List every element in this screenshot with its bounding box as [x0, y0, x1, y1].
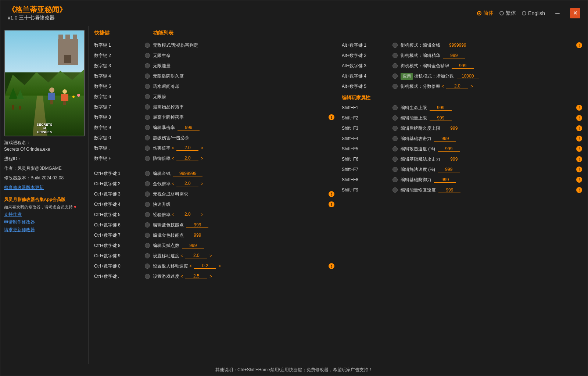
- toggle-ctrl1[interactable]: [145, 171, 150, 176]
- spinner-ctrldot-more[interactable]: >: [209, 274, 212, 279]
- toggle-6[interactable]: [145, 94, 150, 99]
- func-alt4: 应用 街机模式：增加分数 10000: [401, 73, 582, 80]
- lang-simplified[interactable]: 简体: [477, 10, 494, 17]
- toggle-1[interactable]: [145, 43, 150, 48]
- toggle-9[interactable]: [145, 125, 150, 130]
- key-sf8: Shift+F8: [342, 177, 390, 182]
- val-sf9[interactable]: 999: [438, 187, 460, 193]
- val-ctrl5[interactable]: 2.0: [176, 212, 198, 217]
- val-alt1[interactable]: 9999999: [443, 43, 472, 48]
- close-button[interactable]: ✕: [570, 8, 580, 18]
- spinner-ctrl2-less[interactable]: <: [172, 181, 174, 186]
- func-sf3: 编辑盾牌耐久度上限 999: [401, 125, 573, 132]
- toggle-ctrl5[interactable]: [145, 212, 150, 217]
- val-ctrl2[interactable]: 2.0: [176, 181, 198, 186]
- spinner-ctrldot-less[interactable]: <: [180, 274, 183, 279]
- val-alt5[interactable]: 2.0: [446, 83, 468, 89]
- val-sf7[interactable]: 999: [438, 167, 460, 172]
- toggle-sf5[interactable]: [392, 146, 398, 151]
- spinner-ctrl5-less[interactable]: <: [172, 212, 174, 217]
- apply-link[interactable]: 申请制作修改器: [4, 219, 85, 225]
- val-sf3[interactable]: 999: [443, 126, 465, 131]
- feature-row-alt5: Alt+数字键 5 街机模式：分数倍率 < 2.0 >: [342, 81, 582, 92]
- request-link[interactable]: 请求更新修改器: [4, 227, 85, 233]
- toggle-ctrl0[interactable]: [145, 264, 150, 269]
- toggle-alt1[interactable]: [392, 43, 398, 48]
- apply-alt4[interactable]: 应用: [401, 73, 413, 80]
- toggle-sf2[interactable]: [392, 115, 398, 121]
- val-alt2[interactable]: 999: [443, 53, 465, 58]
- toggle-sf1[interactable]: [392, 105, 398, 110]
- toggle-ctrl6[interactable]: [145, 222, 150, 228]
- toggle-ctrl3[interactable]: [145, 191, 150, 197]
- val-dot[interactable]: 2.0: [176, 145, 198, 151]
- spinner-dot-more[interactable]: >: [201, 146, 203, 151]
- toggle-ctrl2[interactable]: [145, 181, 150, 186]
- val-sf8[interactable]: 999: [434, 177, 456, 183]
- key-sf6: Shift+F6: [342, 157, 390, 162]
- minimize-button[interactable]: ─: [552, 8, 563, 18]
- key-sf3: Shift+F3: [342, 126, 390, 131]
- toggle-sf8[interactable]: [392, 177, 398, 182]
- toggle-alt2[interactable]: [392, 53, 398, 58]
- feature-row-6: 数字键 6 无限箭: [94, 92, 334, 102]
- toggle-8[interactable]: [145, 115, 150, 120]
- spinner-ctrl5-more[interactable]: >: [201, 212, 203, 217]
- toggle-dot[interactable]: [145, 146, 150, 151]
- toggle-sf9[interactable]: [392, 187, 398, 193]
- val-sf5[interactable]: 999: [438, 146, 460, 152]
- spinner-plus-more[interactable]: >: [201, 156, 203, 161]
- lang-english[interactable]: English: [522, 10, 545, 16]
- spinner-plus-less[interactable]: <: [172, 156, 174, 161]
- toggle-alt4[interactable]: [392, 74, 398, 79]
- toggle-ctrl4[interactable]: [145, 202, 150, 207]
- feature-row-sf6: Shift+F6 编辑基础魔法攻击力 999 !: [342, 154, 582, 164]
- toggle-5[interactable]: [145, 84, 150, 89]
- spinner-ctrl9-more[interactable]: >: [209, 253, 212, 258]
- toggle-plus[interactable]: [145, 156, 150, 161]
- toggle-4[interactable]: [145, 74, 150, 79]
- check-update-link[interactable]: 检查修改器版本更新: [4, 185, 44, 190]
- toggle-2[interactable]: [145, 53, 150, 58]
- val-ctrl7[interactable]: 999: [186, 233, 208, 238]
- val-sf4[interactable]: 999: [434, 136, 456, 142]
- val-sf2[interactable]: 999: [430, 115, 452, 121]
- lang-traditional[interactable]: 繁体: [499, 10, 516, 17]
- toggle-0[interactable]: [145, 135, 150, 140]
- support-link[interactable]: 支持作者: [4, 211, 85, 218]
- toggle-sf7[interactable]: [392, 167, 398, 172]
- toggle-sf3[interactable]: [392, 126, 398, 131]
- toggle-alt5[interactable]: [392, 84, 398, 89]
- val-ctrl9[interactable]: 2.0: [185, 253, 207, 258]
- spinner-ctrl0-more[interactable]: >: [218, 264, 221, 269]
- toggle-ctrl7[interactable]: [145, 233, 150, 238]
- toggle-ctrldot[interactable]: [145, 274, 150, 279]
- toggle-sf6[interactable]: [392, 157, 398, 162]
- warn-8: !: [329, 114, 334, 120]
- toggle-ctrl9[interactable]: [145, 253, 150, 258]
- toggle-ctrl8[interactable]: [145, 243, 150, 248]
- spinner-dot-less[interactable]: <: [172, 146, 174, 151]
- val-ctrl1[interactable]: 9999999: [173, 171, 202, 176]
- spinner-ctrl0-less[interactable]: <: [189, 264, 192, 269]
- toggle-alt3[interactable]: [392, 63, 398, 68]
- val-alt4[interactable]: 10000: [457, 74, 479, 79]
- spinner-ctrl2-more[interactable]: >: [201, 181, 203, 186]
- val-ctrl8[interactable]: 999: [182, 243, 204, 248]
- spinner-alt5-less[interactable]: <: [441, 84, 444, 89]
- spinner-alt5-more[interactable]: >: [470, 84, 473, 89]
- toggle-7[interactable]: [145, 104, 150, 110]
- toggle-sf4[interactable]: [392, 136, 398, 141]
- spinner-ctrl9-less[interactable]: <: [180, 253, 183, 258]
- val-alt3[interactable]: 999: [452, 63, 474, 69]
- val-plus[interactable]: 2.0: [176, 155, 198, 161]
- val-sf1[interactable]: 999: [430, 105, 452, 111]
- val-9[interactable]: 999: [178, 125, 200, 130]
- val-ctrl0[interactable]: 0.2: [194, 263, 216, 269]
- key-alt2: Alt+数字键 2: [342, 53, 390, 59]
- val-ctrl6[interactable]: 999: [186, 222, 208, 228]
- val-ctrldot[interactable]: 2.5: [185, 273, 207, 279]
- val-sf6[interactable]: 999: [443, 157, 465, 162]
- check-update-row[interactable]: 检查修改器版本更新: [4, 184, 85, 191]
- toggle-3[interactable]: [145, 63, 150, 68]
